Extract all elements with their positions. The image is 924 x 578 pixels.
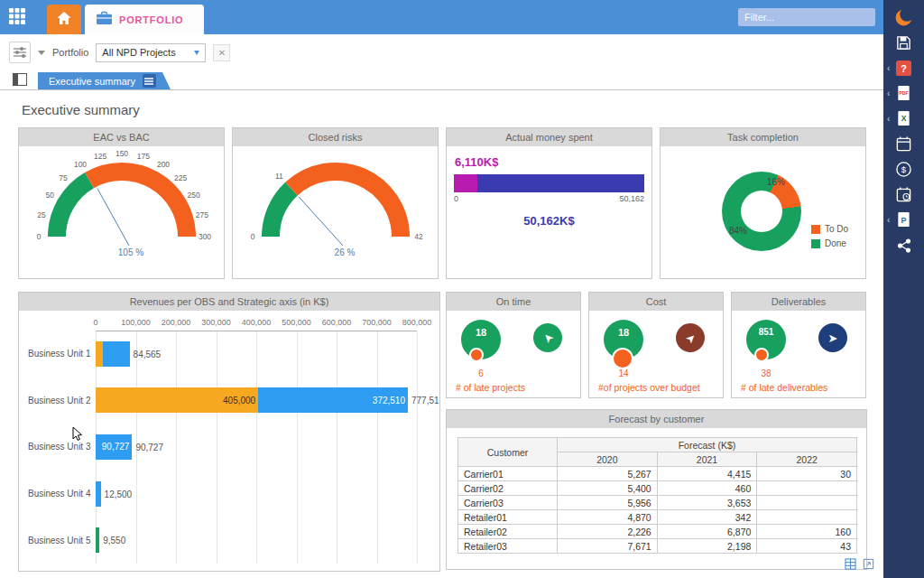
export-excel-icon[interactable]: ‹X	[883, 109, 924, 128]
progress-fill	[454, 174, 477, 192]
svg-text:50: 50	[45, 191, 54, 200]
card-title: Revenues per OBS and Strategic axis (in …	[19, 293, 439, 311]
clear-filter-button[interactable]: ✕	[213, 44, 230, 61]
kpi-arrow-button[interactable]: ➤	[676, 323, 705, 352]
spent-value-label: 6,110K$	[455, 155, 644, 169]
table-cell: Retailer02	[458, 525, 558, 539]
card-on-time: On time 18 6 ➤ # of late projects	[446, 292, 581, 398]
portfolio-label: Portfolio	[52, 47, 88, 58]
arrow-icon: ➤	[541, 331, 556, 346]
filter-input[interactable]	[738, 8, 875, 26]
card-closed-risks: Closed risks 0114226 %	[232, 127, 439, 279]
table-row: Carrier035,9563,653	[458, 496, 857, 510]
save-icon[interactable]	[883, 33, 924, 52]
table-cell: 460	[657, 481, 757, 496]
card-eac-vs-bac: EAC vs BAC 02550751001251501752002252502…	[18, 127, 225, 279]
table-cell: 5,267	[558, 467, 658, 481]
top-navigation-bar: PORTFOLIO	[0, 0, 883, 34]
maximize-icon[interactable]	[863, 557, 874, 573]
stacked-bar: 90,727	[96, 434, 132, 460]
bar-total-label: 12,500	[105, 489, 133, 499]
slice-label-done: 84%	[729, 226, 747, 236]
table-cell: 30	[757, 467, 857, 481]
bar-row: Business Unit 2405,000372,510777,51	[19, 387, 434, 413]
chevron-left-icon: ‹	[887, 216, 890, 225]
progress-chart: 6,110K$ 0 50,162 50,162K$	[447, 146, 651, 228]
tab-home[interactable]	[47, 5, 81, 34]
table-cell	[757, 510, 857, 525]
export-pdf-icon[interactable]: ‹PDF	[883, 84, 924, 103]
legend-label: Done	[825, 238, 846, 248]
bar-total-label: 84,565	[134, 349, 162, 359]
card-revenues: Revenues per OBS and Strategic axis (in …	[18, 292, 440, 572]
x-axis-tick: 700,000	[362, 318, 392, 327]
card-forecast-by-customer: Forecast by customer Customer Forecast (…	[446, 409, 867, 570]
bar-plot: 84,565	[96, 341, 417, 367]
table-cell: 4,415	[657, 467, 757, 481]
panel-toggle-icon[interactable]	[13, 73, 27, 89]
bar-rows: Business Unit 184,565Business Unit 2405,…	[19, 331, 434, 564]
table-cell: 6,870	[657, 525, 757, 539]
donut-chart-body: 16% 84% To Do Done	[661, 146, 865, 279]
night-mode-icon[interactable]	[883, 8, 924, 27]
x-axis-tick: 800,000	[402, 318, 432, 327]
year-header: 2022	[757, 452, 857, 467]
axis-max-label: 50,162	[619, 194, 644, 203]
portfolio-toolbar: Portfolio All NPD Projects ✕	[0, 34, 883, 70]
bar-axis: 0100,000200,000300,000400,000500,000600,…	[96, 318, 417, 329]
stacked-bar: 405,000372,510	[96, 387, 408, 413]
bar-plot: 405,000372,510777,51	[96, 387, 417, 413]
table-header-row: Customer Forecast (K$)	[458, 438, 857, 452]
bar-category-label: Business Unit 1	[19, 349, 96, 359]
svg-text:275: 275	[195, 210, 208, 219]
kpi-secondary-value: 14	[598, 368, 649, 378]
table-view-icon[interactable]	[845, 557, 856, 573]
calendar-icon[interactable]	[883, 135, 924, 154]
kpi-body: 18 14 ➤ #of projects over budget	[589, 311, 723, 398]
portfolio-caret-icon[interactable]	[38, 51, 45, 55]
dashboard-content: Executive summary EAC vs BAC 02550751001…	[0, 89, 883, 578]
legend-label: To Do	[825, 224, 848, 234]
card-title: EAC vs BAC	[19, 128, 224, 146]
share-icon[interactable]	[883, 236, 924, 255]
view-tab-row: Executive summary	[0, 70, 883, 89]
card-title: Task completion	[661, 128, 865, 146]
bar-total-label: 9,550	[103, 536, 125, 545]
kpi-secondary-value: 6	[456, 368, 506, 378]
svg-text:150: 150	[115, 149, 127, 158]
kpi-main-value: 18	[476, 327, 486, 338]
table-cell: Retailer01	[458, 510, 558, 525]
cost-icon[interactable]: $	[883, 160, 924, 179]
tab-executive-summary[interactable]: Executive summary	[38, 72, 171, 89]
bar-segment: 405,000	[96, 387, 258, 413]
view-tab-label: Executive summary	[49, 76, 135, 87]
x-axis-tick: 400,000	[242, 318, 272, 327]
filter-settings-icon[interactable]	[9, 42, 31, 63]
table-cell: 5,956	[558, 496, 658, 510]
svg-text:0: 0	[36, 232, 41, 241]
x-axis-tick: 300,000	[201, 318, 231, 327]
svg-text:0: 0	[250, 232, 254, 241]
kpi-arrow-button[interactable]: ➤	[818, 323, 847, 352]
apps-grid-icon[interactable]	[8, 7, 28, 27]
bar-total-label: 90,727	[135, 442, 163, 452]
portfolio-select[interactable]: All NPD Projects	[96, 43, 206, 62]
bar-segment	[96, 341, 103, 367]
table-cell: 160	[757, 525, 857, 539]
svg-text:42: 42	[414, 232, 423, 241]
stacked-bar	[96, 527, 99, 553]
tab-menu-icon[interactable]	[143, 74, 156, 88]
bar-plot: 12,500	[96, 481, 417, 507]
project-doc-icon[interactable]: ‹P	[883, 210, 924, 229]
bar-row: Business Unit 412,500	[19, 481, 434, 507]
help-icon[interactable]: ‹?	[883, 59, 924, 78]
tab-portfolio[interactable]: PORTFOLIO	[85, 5, 204, 34]
kpi-secondary-value: 38	[741, 368, 791, 378]
schedule-icon[interactable]	[883, 185, 924, 204]
kpi-arrow-button[interactable]: ➤	[533, 323, 562, 352]
chevron-left-icon: ‹	[887, 64, 890, 73]
table-cell: 342	[657, 510, 757, 525]
table-cell: 7,671	[558, 539, 658, 554]
svg-text:11: 11	[274, 172, 282, 181]
svg-text:175: 175	[136, 152, 149, 161]
